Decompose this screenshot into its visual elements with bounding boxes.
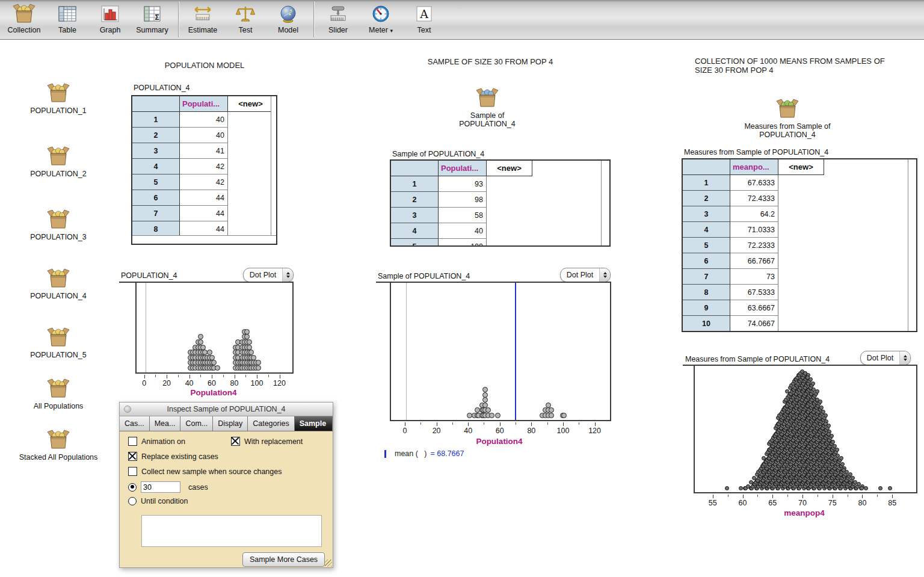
data-point-dot[interactable] xyxy=(840,462,845,466)
graph-sample-of-population-4[interactable]: Sample of POPULATION_4 Dot Plot 02040608… xyxy=(376,268,612,461)
value-cell[interactable]: 100 xyxy=(439,239,487,247)
data-point-dot[interactable] xyxy=(256,365,261,371)
data-point-dot[interactable] xyxy=(561,413,567,418)
with-replacement-checkbox[interactable] xyxy=(231,437,240,446)
data-point-dot[interactable] xyxy=(842,468,846,472)
vertical-scrollbar[interactable] xyxy=(271,96,276,236)
tab-display[interactable]: Display xyxy=(213,416,248,431)
plot-type-selector[interactable]: Dot Plot xyxy=(560,268,611,282)
toolbar-meter-button[interactable]: Meter ▾ xyxy=(361,2,401,34)
plot-area[interactable] xyxy=(390,282,611,421)
sample-more-cases-button[interactable]: Sample More Cases xyxy=(242,552,325,567)
header-sample-of-size-30[interactable]: SAMPLE OF SIZE 30 FROM POP 4 xyxy=(421,57,559,66)
toolbar-model-button[interactable]: Model xyxy=(268,2,308,34)
graph-measures-from-sample[interactable]: Measures from Sample of POPULATION_4 Dot… xyxy=(683,351,919,518)
data-point-dot[interactable] xyxy=(888,486,892,490)
collection-population-2[interactable]: POPULATION_2 xyxy=(16,146,100,178)
plot-type-selector[interactable]: Dot Plot xyxy=(860,351,911,365)
mean-formula[interactable]: mean ( ) xyxy=(395,449,427,458)
toolbar-collection-button[interactable]: Collection xyxy=(4,2,44,34)
resize-grip[interactable] xyxy=(325,560,332,567)
value-cell[interactable]: 41 xyxy=(180,143,228,159)
data-point-dot[interactable] xyxy=(824,413,828,418)
data-point-dot[interactable] xyxy=(207,350,212,355)
data-point-dot[interactable] xyxy=(482,387,488,392)
value-cell[interactable]: 42 xyxy=(180,159,228,174)
collection-sample-of-population-4[interactable]: Sample of POPULATION_4 xyxy=(442,88,532,128)
data-point-dot[interactable] xyxy=(725,486,729,490)
data-point-dot[interactable] xyxy=(827,432,831,436)
header-collection-of-1000-means[interactable]: COLLECTION OF 1000 MEANS FROM SAMPLES OF… xyxy=(695,57,890,75)
data-point-dot[interactable] xyxy=(256,360,261,365)
new-attribute-cell[interactable]: <new> xyxy=(778,159,824,175)
value-cell[interactable]: 63.6667 xyxy=(730,300,778,316)
data-point-dot[interactable] xyxy=(835,448,839,452)
collection-population-4[interactable]: POPULATION_4 xyxy=(16,268,100,300)
value-cell[interactable]: 73 xyxy=(730,269,778,285)
case-table-measures-from-sample[interactable]: meanpo...<new>167.6333272.4333364.2471.0… xyxy=(682,158,917,332)
collect-new-sample-checkbox[interactable] xyxy=(128,467,137,476)
until-condition-radio[interactable] xyxy=(128,497,137,505)
attribute-header-cell[interactable]: meanpo... xyxy=(730,159,778,175)
vertical-scrollbar[interactable] xyxy=(908,159,916,331)
cases-count-input[interactable] xyxy=(141,481,180,493)
close-icon[interactable] xyxy=(124,406,131,413)
attribute-header-cell[interactable]: Populati... xyxy=(439,161,487,176)
plot-area[interactable] xyxy=(135,282,294,374)
animation-on-checkbox[interactable] xyxy=(128,437,137,446)
inspector-title-bar[interactable]: Inspect Sample of POPULATION_4 xyxy=(120,403,333,416)
value-cell[interactable]: 93 xyxy=(439,176,487,192)
graph-population-4[interactable]: POPULATION_4 Dot Plot 020406080100120 Po… xyxy=(119,268,295,406)
x-axis-label[interactable]: Population4 xyxy=(190,388,236,397)
toolbar-slider-button[interactable]: Slider xyxy=(318,2,358,34)
toolbar-summary-button[interactable]: Σ Summary xyxy=(132,2,172,34)
value-cell[interactable]: 44 xyxy=(180,190,228,206)
data-point-dot[interactable] xyxy=(482,397,488,403)
toolbar-test-button[interactable]: Test xyxy=(226,2,265,34)
toolbar-estimate-button[interactable]: Estimate xyxy=(183,2,223,34)
value-cell[interactable]: 72.2333 xyxy=(730,238,778,253)
value-cell[interactable]: 64.2 xyxy=(730,206,778,222)
data-point-dot[interactable] xyxy=(878,486,882,490)
value-cell[interactable]: 72.4333 xyxy=(730,191,778,206)
tab-cases[interactable]: Cas... xyxy=(120,416,150,431)
tab-sample[interactable]: Sample xyxy=(295,416,333,431)
vertical-scrollbar[interactable] xyxy=(601,161,609,245)
cases-count-radio[interactable] xyxy=(128,483,137,492)
collection-population-5[interactable]: POPULATION_5 xyxy=(16,327,100,359)
data-point-dot[interactable] xyxy=(198,334,203,339)
collection-measures-from-sample[interactable]: Measures from Sample of POPULATION_4 xyxy=(724,99,851,139)
value-cell[interactable]: 66.7667 xyxy=(730,253,778,269)
toolbar-table-button[interactable]: Table xyxy=(48,2,87,34)
collection-population-1[interactable]: POPULATION_1 xyxy=(16,83,100,115)
toolbar-text-button[interactable]: A Text xyxy=(404,2,444,34)
value-cell[interactable]: 67.5333 xyxy=(730,285,778,300)
inspector-window[interactable]: Inspect Sample of POPULATION_4 Cas... Me… xyxy=(119,402,333,568)
data-point-dot[interactable] xyxy=(489,413,494,418)
data-point-dot[interactable] xyxy=(739,486,743,490)
data-point-dot[interactable] xyxy=(485,407,491,413)
replace-existing-cases-checkbox[interactable] xyxy=(128,452,137,461)
toolbar-graph-button[interactable]: Graph xyxy=(90,2,130,34)
data-point-dot[interactable] xyxy=(248,350,254,355)
value-cell[interactable]: 40 xyxy=(439,223,487,239)
tab-categories[interactable]: Categories xyxy=(248,416,294,431)
data-point-dot[interactable] xyxy=(495,413,500,418)
data-point-dot[interactable] xyxy=(198,339,203,345)
plot-area[interactable] xyxy=(694,365,917,493)
tab-measures[interactable]: Mea... xyxy=(150,416,181,431)
value-cell[interactable]: 58 xyxy=(439,208,487,223)
data-point-dot[interactable] xyxy=(247,339,252,345)
data-point-dot[interactable] xyxy=(815,398,819,402)
data-point-dot[interactable] xyxy=(839,456,843,460)
new-attribute-cell[interactable]: <new> xyxy=(228,96,274,112)
data-point-dot[interactable] xyxy=(864,486,868,490)
value-cell[interactable]: 98 xyxy=(439,192,487,208)
x-axis-label[interactable]: meanpop4 xyxy=(784,508,825,517)
collection-stacked-all-populations[interactable]: Stacked All Populations xyxy=(16,430,100,461)
data-point-dot[interactable] xyxy=(811,381,815,386)
value-cell[interactable]: 40 xyxy=(180,128,228,143)
data-point-dot[interactable] xyxy=(211,360,217,365)
collection-population-3[interactable]: POPULATION_3 xyxy=(16,209,100,241)
data-point-dot[interactable] xyxy=(819,406,824,410)
